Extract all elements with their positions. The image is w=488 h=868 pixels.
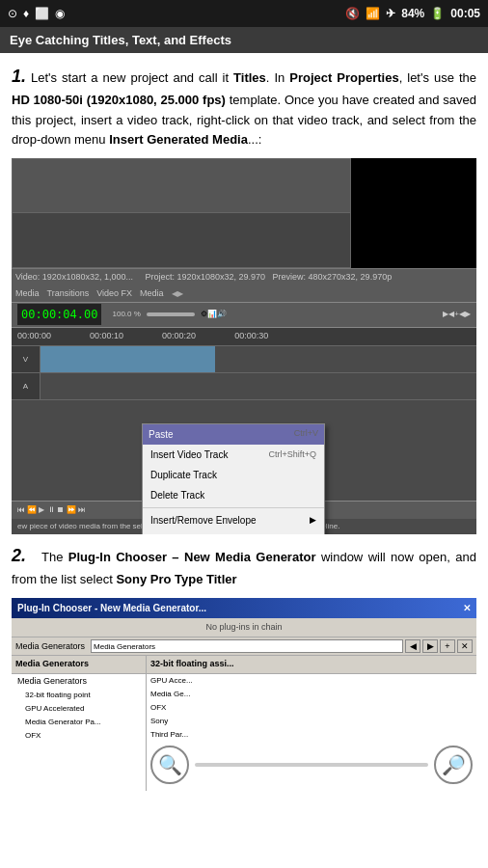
- main-content: 1. Let's start a new project and call it…: [0, 53, 488, 808]
- ctx-envelope-label: Insert/Remove Envelope: [150, 513, 257, 528]
- status-right: 🔇 📶 ✈ 84% 🔋 00:05: [345, 7, 480, 20]
- pc-tree-gpu[interactable]: GPU Accelerated: [12, 702, 146, 716]
- pc-content-area: Media Generators Media Generators 32-bit…: [12, 656, 476, 791]
- time-marker-2: 00:00:10: [90, 330, 123, 343]
- step1-bold-insert-generated: Insert Generated Media: [109, 132, 248, 147]
- ctx-header: Paste Ctrl+V: [143, 424, 324, 445]
- vegas-screenshot: Video: 1920x1080x32, 1,000... Project: 1…: [12, 158, 476, 534]
- pc-right-third[interactable]: Third Par...: [147, 728, 476, 742]
- ctx-delete-label: Delete Track: [150, 488, 204, 502]
- pc-right-header: 32-bit floating assi...: [147, 656, 476, 674]
- ctx-envelope-arrow: ▶: [310, 514, 316, 528]
- ctx-duplicate-label: Duplicate Track: [150, 468, 217, 482]
- pc-subtitle: No plug-ins in chain: [12, 618, 476, 638]
- pc-tree-mg-pa[interactable]: Media Generator Pa...: [12, 716, 146, 729]
- icon-usb: ♦: [23, 7, 29, 20]
- pc-right-panel: 32-bit floating assi... GPU Acce... Medi…: [147, 656, 476, 791]
- plus-symbol: 🔎: [442, 750, 466, 779]
- airplane-icon: ✈: [386, 7, 395, 20]
- pc-subtitle-text: No plug-ins in chain: [205, 622, 282, 632]
- pc-toolbar: Media Generators ◀ ▶ + ✕: [12, 637, 476, 656]
- pc-tree-ofx[interactable]: OFX: [12, 729, 146, 743]
- pc-right-gpu[interactable]: GPU Acce...: [147, 674, 476, 688]
- time-marker-3: 00:00:20: [162, 330, 196, 343]
- pc-btn-prev[interactable]: ◀: [405, 639, 420, 653]
- pc-btn-add[interactable]: +: [440, 639, 455, 653]
- icon-image: ⬜: [35, 7, 49, 20]
- timeline-ruler: 00:00:00 00:00:10 00:00:20 00:00:30: [12, 328, 476, 346]
- step2-bold-sony: Sony Pro Type Titler: [116, 572, 236, 586]
- zoom-slider[interactable]: [147, 312, 195, 316]
- pc-right-ofx[interactable]: OFX: [147, 701, 476, 715]
- pc-right-sony[interactable]: Sony: [147, 715, 476, 728]
- minus-symbol: 🔍: [158, 750, 182, 779]
- step1-bold-titles: Titles: [233, 70, 266, 85]
- ctx-fade-label: Fade Colors: [150, 533, 203, 534]
- step2-paragraph: 2. The Plug-In Chooser – New Media Gener…: [12, 542, 476, 590]
- pc-tree-header: Media Generators: [12, 656, 146, 674]
- ctx-insert-remove-envelope[interactable]: Insert/Remove Envelope ▶: [143, 510, 324, 530]
- tab-media2[interactable]: Media: [140, 287, 164, 301]
- step1-number: 1.: [12, 67, 26, 86]
- tab-videofx[interactable]: Video FX: [96, 287, 132, 301]
- tab-transitions[interactable]: Transitions: [47, 287, 90, 301]
- ctx-fade-colors[interactable]: Fade Colors ▶: [143, 530, 324, 534]
- track-content-1: [41, 346, 476, 372]
- ctx-delete-track[interactable]: Delete Track: [143, 485, 324, 505]
- step2-number: 2.: [12, 546, 26, 565]
- pc-right-mg[interactable]: Media Ge...: [147, 688, 476, 701]
- step2-bold-plugin: Plug-In Chooser – New Media Generator: [68, 550, 316, 564]
- time-marker-4: 00:00:30: [234, 330, 268, 343]
- step1-bold-project-properties: Project Properties: [289, 70, 398, 85]
- pc-btn-next[interactable]: ▶: [422, 639, 438, 653]
- pc-btn-remove[interactable]: ✕: [457, 639, 473, 653]
- track-ctrl: ▶◀+◀▶: [443, 309, 471, 320]
- pc-right-header-text: 32-bit floating assi...: [150, 659, 234, 668]
- track-label-1: V: [12, 346, 41, 372]
- title-text: Eye Catching Titles, Text, and Effects: [10, 33, 231, 47]
- ctx-duplicate-track[interactable]: Duplicate Track: [143, 465, 324, 485]
- track-area: V A Paste Ctrl+V Insert Video Track: [12, 346, 476, 501]
- pc-search-area: 🔍 🔎: [147, 742, 476, 788]
- pc-combo-input[interactable]: [91, 639, 403, 653]
- icon-record: ◉: [55, 7, 65, 20]
- tab-more: ◀▶: [172, 288, 183, 300]
- status-left-icons: ⊙ ♦ ⬜ ◉: [8, 7, 65, 20]
- pc-title-text: Plug-In Chooser - New Media Generator...: [17, 603, 206, 613]
- ctx-sep-1: [143, 507, 324, 508]
- vegas-interface: Video: 1920x1080x32, 1,000... Project: 1…: [12, 158, 476, 534]
- vegas-info-bar: Video: 1920x1080x32, 1,000... Project: 1…: [12, 268, 476, 286]
- pc-close-icon[interactable]: ✕: [463, 601, 471, 615]
- context-menu: Paste Ctrl+V Insert Video Track Ctrl+Shi…: [142, 423, 325, 534]
- preview-info: Preview: 480x270x32, 29.970p: [273, 272, 393, 282]
- pc-title-bar: Plug-In Chooser - New Media Generator...…: [12, 598, 476, 618]
- ctx-insert-video-track[interactable]: Insert Video Track Ctrl+Shift+Q: [143, 445, 324, 465]
- vegas-tabs[interactable]: Media Transitions Video FX Media ◀▶: [12, 285, 476, 302]
- pc-search-slider[interactable]: [195, 763, 428, 767]
- timeline-controls: 00:00:04.00 100.0 % ⚙📊🔊 ▶◀+◀▶: [12, 303, 476, 329]
- playback-controls[interactable]: ⏮ ⏪ ▶ ⏸ ⏹ ⏩ ⏭: [17, 504, 86, 516]
- pc-search-minus-icon[interactable]: 🔍: [150, 746, 189, 784]
- title-bar: Eye Catching Titles, Text, and Effects: [0, 27, 488, 53]
- pc-tree-header-text: Media Generators: [15, 659, 89, 668]
- plugin-chooser-ui: Plug-In Chooser - New Media Generator...…: [12, 598, 476, 791]
- mute-icon: 🔇: [345, 7, 360, 20]
- track-buttons: ▶◀+◀▶: [443, 309, 471, 320]
- status-bar: ⊙ ♦ ⬜ ◉ 🔇 📶 ✈ 84% 🔋 00:05: [0, 0, 488, 27]
- step1-paragraph: 1. Let's start a new project and call it…: [12, 63, 476, 150]
- vegas-preview-area: [12, 158, 476, 268]
- ctx-insert-video-shortcut: Ctrl+Shift+Q: [268, 448, 316, 462]
- track-label-2: A: [12, 373, 41, 399]
- zoom-percent: 100.0 %: [112, 309, 140, 320]
- pc-tree-32bit[interactable]: 32-bit floating point: [12, 689, 146, 702]
- pc-search-plus-icon[interactable]: 🔎: [434, 746, 473, 784]
- pc-tree-media-generators[interactable]: Media Generators: [12, 674, 146, 690]
- battery-level: 84%: [401, 7, 424, 20]
- battery-icon: 🔋: [430, 7, 445, 20]
- track-row-1: V: [12, 346, 476, 373]
- plugin-chooser-screenshot: Plug-In Chooser - New Media Generator...…: [12, 598, 476, 791]
- pc-left-panel: Media Generators Media Generators 32-bit…: [12, 656, 147, 791]
- tab-media[interactable]: Media: [15, 287, 40, 301]
- ctx-insert-video-label: Insert Video Track: [150, 448, 228, 462]
- time-counter: 00:00:04.00: [17, 304, 101, 325]
